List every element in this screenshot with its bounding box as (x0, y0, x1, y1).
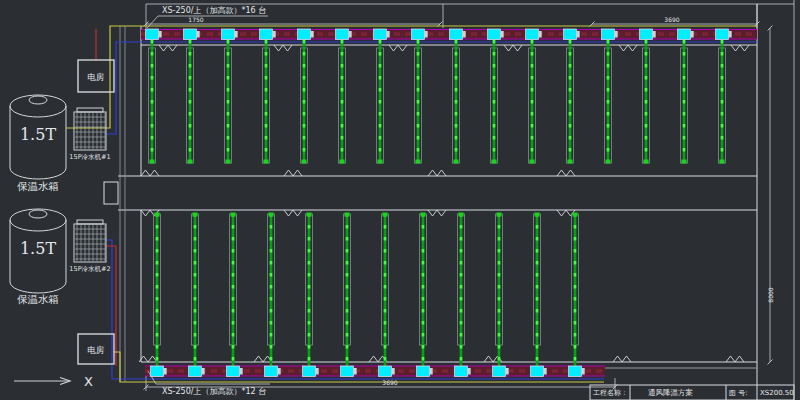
chiller-unit-1[interactable] (74, 108, 106, 150)
axis-x-label: X (84, 374, 93, 389)
titleblock-project-value: 通风降温方案 (648, 388, 693, 397)
duct-column[interactable] (268, 213, 275, 367)
chiller-unit-2[interactable] (74, 220, 106, 262)
power-room-2-label: 电房 (88, 345, 105, 355)
piping-runs[interactable] (66, 26, 757, 382)
duct-column[interactable] (149, 40, 156, 164)
dim-top-right: 3690 (664, 16, 679, 23)
titleblock-no-label: 图 号: (729, 389, 748, 397)
cad-drawing-canvas[interactable]: XS-250/上（加高款）*16 台 XS-250/上（加高款）*12 台 电房… (0, 0, 800, 400)
duct-column[interactable] (192, 213, 199, 367)
duct-column[interactable] (453, 40, 460, 164)
top-units-label: XS-250/上（加高款）*16 台 (162, 6, 266, 15)
dim-top-left: 1750 (188, 16, 203, 23)
duct-column[interactable] (306, 213, 313, 367)
titleblock-project-label: 工程名称 : (593, 389, 626, 397)
duct-column[interactable] (230, 213, 237, 367)
chilled-water-return-pipe-top[interactable] (106, 42, 757, 134)
dimension-lines (144, 0, 795, 400)
top-duct-row (146, 29, 732, 164)
duct-column[interactable] (225, 40, 232, 164)
titleblock-no-value: XS200.50 (760, 389, 794, 397)
tank-1-capacity: 1.5T (20, 125, 56, 144)
bottom-duct-row (151, 213, 585, 377)
duct-column[interactable] (534, 213, 541, 367)
duct-column[interactable] (344, 213, 351, 367)
label-leaders (147, 16, 270, 384)
chiller-1-label: 15P冷水机#1 (69, 153, 110, 161)
tank-2-capacity: 1.5T (20, 239, 56, 258)
chilled-water-supply-pipe-top[interactable] (66, 26, 757, 128)
duct-column[interactable] (339, 40, 346, 164)
dim-right: 8000 (767, 287, 774, 302)
duct-column[interactable] (567, 40, 574, 164)
duct-column[interactable] (382, 213, 389, 367)
bottom-units-label: XS-250/上（加高款）*12 台 (162, 387, 266, 396)
door-window-symbols (139, 45, 749, 362)
duct-column[interactable] (415, 40, 422, 164)
duct-column[interactable] (263, 40, 270, 164)
tank-2-caption: 保温水箱 (17, 293, 59, 305)
tank-1-caption: 保温水箱 (17, 180, 59, 192)
chiller-2-label: 15P冷水机#2 (69, 265, 110, 273)
duct-column[interactable] (154, 213, 161, 367)
duct-column[interactable] (572, 213, 579, 367)
chilled-water-return-pipe-bottom[interactable] (106, 240, 604, 379)
ucs-x-axis-icon (14, 378, 70, 385)
duct-column[interactable] (420, 213, 427, 367)
duct-column[interactable] (643, 40, 650, 164)
duct-column[interactable] (491, 40, 498, 164)
duct-column[interactable] (719, 40, 726, 164)
dim-bottom: 3690 (382, 379, 397, 386)
duct-column[interactable] (605, 40, 612, 164)
duct-column[interactable] (529, 40, 536, 164)
duct-column[interactable] (681, 40, 688, 164)
building-walls (104, 4, 757, 385)
duct-column[interactable] (301, 40, 308, 164)
duct-column[interactable] (187, 40, 194, 164)
duct-column[interactable] (377, 40, 384, 164)
duct-column[interactable] (496, 213, 503, 367)
duct-column[interactable] (458, 213, 465, 367)
power-room-1-label: 电房 (88, 72, 105, 82)
cad-viewport[interactable]: XS-250/上（加高款）*16 台 XS-250/上（加高款）*12 台 电房… (0, 0, 800, 400)
